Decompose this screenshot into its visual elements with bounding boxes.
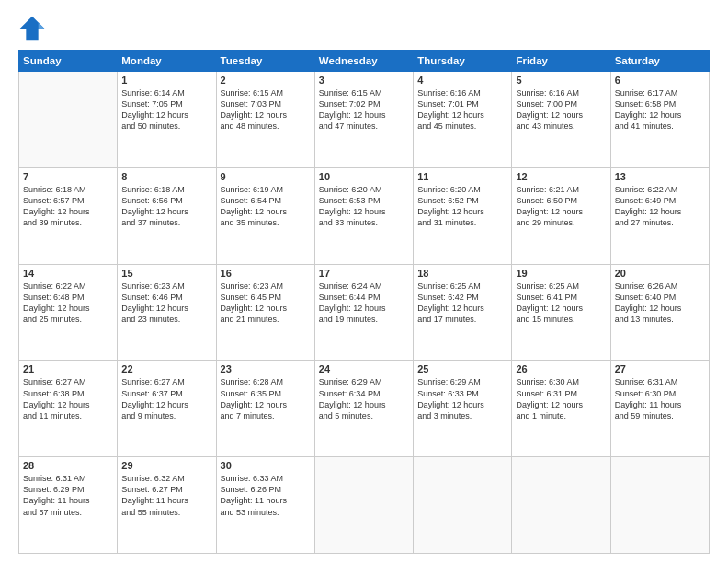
calendar-cell: 14Sunrise: 6:22 AM Sunset: 6:48 PM Dayli… [19, 264, 118, 361]
day-number: 9 [221, 171, 311, 182]
cell-info: Sunrise: 6:18 AM Sunset: 6:57 PM Dayligh… [23, 184, 113, 229]
calendar-cell: 10Sunrise: 6:20 AM Sunset: 6:53 PM Dayli… [314, 167, 413, 264]
calendar-cell: 13Sunrise: 6:22 AM Sunset: 6:49 PM Dayli… [610, 167, 709, 264]
header-cell-friday: Friday [512, 51, 610, 72]
day-number: 10 [319, 171, 409, 182]
cell-info: Sunrise: 6:29 AM Sunset: 6:33 PM Dayligh… [417, 376, 507, 421]
cell-info: Sunrise: 6:28 AM Sunset: 6:35 PM Dayligh… [221, 376, 311, 421]
cell-info: Sunrise: 6:25 AM Sunset: 6:41 PM Dayligh… [516, 281, 606, 326]
day-number: 3 [319, 75, 409, 86]
day-number: 23 [221, 363, 311, 374]
calendar-cell: 8Sunrise: 6:18 AM Sunset: 6:56 PM Daylig… [118, 167, 216, 264]
day-number: 28 [23, 460, 113, 471]
calendar-cell: 4Sunrise: 6:16 AM Sunset: 7:01 PM Daylig… [414, 72, 512, 168]
day-number: 4 [417, 75, 507, 86]
header-cell-monday: Monday [118, 51, 216, 72]
cell-info: Sunrise: 6:16 AM Sunset: 7:01 PM Dayligh… [417, 87, 507, 132]
week-row-5: 28Sunrise: 6:31 AM Sunset: 6:29 PM Dayli… [19, 457, 710, 554]
calendar-cell: 19Sunrise: 6:25 AM Sunset: 6:41 PM Dayli… [512, 264, 610, 361]
cell-info: Sunrise: 6:20 AM Sunset: 6:53 PM Dayligh… [319, 184, 409, 229]
day-number: 21 [23, 363, 113, 374]
calendar-cell: 26Sunrise: 6:30 AM Sunset: 6:31 PM Dayli… [512, 361, 610, 457]
cell-info: Sunrise: 6:33 AM Sunset: 6:26 PM Dayligh… [221, 473, 311, 518]
day-number: 30 [221, 460, 311, 471]
calendar-cell: 12Sunrise: 6:21 AM Sunset: 6:50 PM Dayli… [512, 167, 610, 264]
week-row-1: 1Sunrise: 6:14 AM Sunset: 7:05 PM Daylig… [19, 72, 710, 168]
calendar-cell: 5Sunrise: 6:16 AM Sunset: 7:00 PM Daylig… [512, 72, 610, 168]
calendar-cell: 6Sunrise: 6:17 AM Sunset: 6:58 PM Daylig… [610, 72, 709, 168]
calendar-cell [19, 72, 118, 168]
day-number: 20 [615, 268, 705, 279]
svg-marker-1 [39, 22, 45, 29]
cell-info: Sunrise: 6:32 AM Sunset: 6:27 PM Dayligh… [121, 473, 211, 518]
cell-info: Sunrise: 6:20 AM Sunset: 6:52 PM Dayligh… [417, 184, 507, 229]
calendar-cell: 23Sunrise: 6:28 AM Sunset: 6:35 PM Dayli… [216, 361, 314, 457]
calendar-cell: 24Sunrise: 6:29 AM Sunset: 6:34 PM Dayli… [314, 361, 413, 457]
cell-info: Sunrise: 6:31 AM Sunset: 6:30 PM Dayligh… [615, 376, 705, 421]
day-number: 19 [516, 268, 606, 279]
day-number: 27 [615, 363, 705, 374]
calendar-cell: 16Sunrise: 6:23 AM Sunset: 6:45 PM Dayli… [216, 264, 314, 361]
calendar-cell [610, 457, 709, 554]
day-number: 25 [417, 363, 507, 374]
cell-info: Sunrise: 6:23 AM Sunset: 6:45 PM Dayligh… [221, 281, 311, 326]
day-number: 12 [516, 171, 606, 182]
cell-info: Sunrise: 6:29 AM Sunset: 6:34 PM Dayligh… [319, 376, 409, 421]
logo [18, 15, 50, 42]
calendar-cell: 28Sunrise: 6:31 AM Sunset: 6:29 PM Dayli… [19, 457, 118, 554]
calendar-cell: 9Sunrise: 6:19 AM Sunset: 6:54 PM Daylig… [216, 167, 314, 264]
day-number: 29 [121, 460, 211, 471]
calendar-cell: 21Sunrise: 6:27 AM Sunset: 6:38 PM Dayli… [19, 361, 118, 457]
header-cell-sunday: Sunday [19, 51, 118, 72]
week-row-4: 21Sunrise: 6:27 AM Sunset: 6:38 PM Dayli… [19, 361, 710, 457]
cell-info: Sunrise: 6:21 AM Sunset: 6:50 PM Dayligh… [516, 184, 606, 229]
day-number: 2 [221, 75, 311, 86]
calendar-body: 1Sunrise: 6:14 AM Sunset: 7:05 PM Daylig… [19, 72, 710, 554]
calendar-cell: 11Sunrise: 6:20 AM Sunset: 6:52 PM Dayli… [414, 167, 512, 264]
logo-icon [18, 15, 46, 42]
calendar-cell: 15Sunrise: 6:23 AM Sunset: 6:46 PM Dayli… [118, 264, 216, 361]
cell-info: Sunrise: 6:22 AM Sunset: 6:48 PM Dayligh… [23, 281, 113, 326]
day-number: 8 [121, 171, 211, 182]
week-row-2: 7Sunrise: 6:18 AM Sunset: 6:57 PM Daylig… [19, 167, 710, 264]
day-number: 7 [23, 171, 113, 182]
cell-info: Sunrise: 6:15 AM Sunset: 7:03 PM Dayligh… [221, 87, 311, 132]
day-number: 1 [121, 75, 211, 86]
header-row: SundayMondayTuesdayWednesdayThursdayFrid… [19, 51, 710, 72]
day-number: 14 [23, 268, 113, 279]
calendar-cell: 18Sunrise: 6:25 AM Sunset: 6:42 PM Dayli… [414, 264, 512, 361]
calendar-cell: 22Sunrise: 6:27 AM Sunset: 6:37 PM Dayli… [118, 361, 216, 457]
cell-info: Sunrise: 6:30 AM Sunset: 6:31 PM Dayligh… [516, 376, 606, 421]
header [18, 15, 710, 42]
calendar-header: SundayMondayTuesdayWednesdayThursdayFrid… [19, 51, 710, 72]
day-number: 5 [516, 75, 606, 86]
calendar-cell: 20Sunrise: 6:26 AM Sunset: 6:40 PM Dayli… [610, 264, 709, 361]
calendar: SundayMondayTuesdayWednesdayThursdayFrid… [18, 50, 710, 554]
calendar-cell: 27Sunrise: 6:31 AM Sunset: 6:30 PM Dayli… [610, 361, 709, 457]
cell-info: Sunrise: 6:31 AM Sunset: 6:29 PM Dayligh… [23, 473, 113, 518]
day-number: 18 [417, 268, 507, 279]
day-number: 6 [615, 75, 705, 86]
day-number: 17 [319, 268, 409, 279]
cell-info: Sunrise: 6:17 AM Sunset: 6:58 PM Dayligh… [615, 87, 705, 132]
cell-info: Sunrise: 6:16 AM Sunset: 7:00 PM Dayligh… [516, 87, 606, 132]
cell-info: Sunrise: 6:14 AM Sunset: 7:05 PM Dayligh… [121, 87, 211, 132]
day-number: 26 [516, 363, 606, 374]
cell-info: Sunrise: 6:27 AM Sunset: 6:37 PM Dayligh… [121, 376, 211, 421]
calendar-cell [414, 457, 512, 554]
cell-info: Sunrise: 6:18 AM Sunset: 6:56 PM Dayligh… [121, 184, 211, 229]
calendar-cell: 30Sunrise: 6:33 AM Sunset: 6:26 PM Dayli… [216, 457, 314, 554]
cell-info: Sunrise: 6:19 AM Sunset: 6:54 PM Dayligh… [221, 184, 311, 229]
calendar-cell: 17Sunrise: 6:24 AM Sunset: 6:44 PM Dayli… [314, 264, 413, 361]
header-cell-wednesday: Wednesday [314, 51, 413, 72]
day-number: 16 [221, 268, 311, 279]
header-cell-tuesday: Tuesday [216, 51, 314, 72]
cell-info: Sunrise: 6:25 AM Sunset: 6:42 PM Dayligh… [417, 281, 507, 326]
cell-info: Sunrise: 6:24 AM Sunset: 6:44 PM Dayligh… [319, 281, 409, 326]
day-number: 11 [417, 171, 507, 182]
day-number: 13 [615, 171, 705, 182]
calendar-cell [314, 457, 413, 554]
header-cell-saturday: Saturday [610, 51, 709, 72]
page: SundayMondayTuesdayWednesdayThursdayFrid… [0, 0, 728, 563]
calendar-cell: 29Sunrise: 6:32 AM Sunset: 6:27 PM Dayli… [118, 457, 216, 554]
